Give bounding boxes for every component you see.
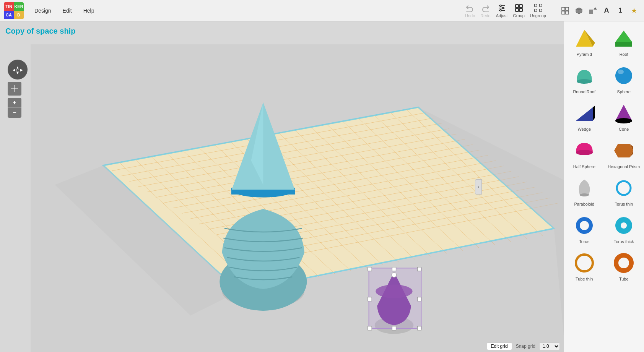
shape-icon-torus-thin (611, 176, 636, 200)
shape-label-torus-thick: Torus thick (614, 239, 634, 244)
menu-help[interactable]: Help (78, 5, 100, 16)
logo-cell-d: D (14, 11, 24, 19)
svg-marker-101 (593, 105, 595, 121)
svg-rect-9 (519, 8, 522, 11)
toolbar-right: Undo Redo Adjust (465, 3, 640, 18)
shape-icon-sphere (611, 63, 636, 88)
shape-label-pyramid: Pyramid (577, 52, 592, 57)
shape-half-sphere[interactable]: Half Sphere (566, 136, 603, 171)
shape-hexagonal-prism[interactable]: Hexagonal Prism (605, 136, 643, 171)
shape-torus-thick[interactable]: Torus thick (605, 211, 643, 246)
canvas-area[interactable]: Copy of space ship ▲ ⌂ ▼ ◀ ▶ (0, 21, 564, 352)
svg-rect-17 (566, 11, 569, 14)
shape-tube-thin[interactable]: Tube thin (566, 248, 603, 284)
logo-cell-ca: CA (4, 11, 14, 19)
topbar: TIN KER CA D Design Edit Help Undo Redo (0, 0, 644, 21)
cube-view-icon[interactable] (573, 5, 585, 17)
text-icon[interactable]: A (600, 5, 613, 17)
shape-icon-roof (611, 26, 636, 50)
logo[interactable]: TIN KER CA D (4, 2, 24, 19)
shape-tube[interactable]: Tube (605, 248, 643, 284)
svg-rect-21 (589, 10, 593, 14)
svg-point-83 (392, 273, 397, 277)
svg-rect-90 (368, 297, 372, 301)
svg-point-109 (618, 220, 629, 231)
shape-torus[interactable]: Torus (566, 211, 603, 246)
svg-point-108 (578, 219, 591, 232)
svg-rect-89 (392, 326, 396, 330)
shape-cone[interactable]: Cone (605, 99, 643, 134)
svg-point-99 (618, 70, 624, 74)
shape-pyramid[interactable]: Pyramid (566, 24, 603, 59)
svg-text:◀: ◀ (13, 68, 15, 72)
shape-label-torus-thin: Torus thin (615, 202, 633, 206)
shape-label-half-sphere: Half Sphere (573, 164, 595, 169)
svg-marker-95 (615, 31, 632, 42)
shape-label-hexagonal-prism: Hexagonal Prism (608, 164, 640, 169)
shape-label-roof: Roof (620, 52, 628, 57)
ungroup-button[interactable]: Ungroup (530, 3, 546, 18)
view-icons: A 1 ★ (559, 5, 640, 17)
svg-point-103 (576, 150, 593, 155)
shape-label-tube-thin: Tube thin (576, 277, 593, 281)
svg-point-98 (615, 67, 632, 84)
svg-point-97 (577, 79, 592, 84)
svg-rect-11 (539, 4, 542, 7)
svg-point-107 (617, 181, 631, 195)
svg-point-102 (615, 118, 632, 123)
shapes-panel: PyramidRoofRound RoofSphereWedgeConeHalf… (564, 21, 644, 352)
menu-edit[interactable]: Edit (57, 5, 77, 16)
svg-point-110 (576, 255, 593, 271)
shape-icon-wedge (572, 101, 597, 125)
snap-grid-select[interactable]: 1.0 0.5 0.25 2.0 (539, 342, 560, 350)
group-button[interactable]: Group (513, 3, 525, 18)
svg-rect-13 (539, 9, 542, 12)
orbit-control[interactable]: ▲ ⌂ ▼ ◀ ▶ (8, 60, 28, 79)
menu-bar: Design Edit Help (29, 5, 100, 16)
zoom-out-button[interactable]: − (8, 108, 21, 118)
shape-paraboloid[interactable]: Paraboloid (566, 174, 603, 209)
redo-button[interactable]: Redo (480, 3, 490, 18)
shape-label-paraboloid: Paraboloid (574, 202, 594, 206)
svg-text:▼: ▼ (16, 71, 20, 75)
svg-marker-104 (614, 144, 633, 157)
svg-marker-22 (594, 7, 597, 10)
zoom-control: + − (8, 98, 21, 118)
star-icon[interactable]: ★ (628, 5, 640, 17)
svg-point-92 (376, 285, 412, 298)
menu-design[interactable]: Design (29, 5, 57, 16)
svg-rect-12 (534, 9, 537, 12)
adjust-button[interactable]: Adjust (496, 3, 508, 18)
svg-rect-87 (417, 326, 421, 330)
svg-rect-16 (562, 11, 565, 14)
svg-rect-96 (615, 42, 632, 47)
svg-rect-7 (519, 5, 522, 8)
view-reset[interactable] (8, 82, 21, 96)
shape-torus-thin[interactable]: Torus thin (605, 174, 643, 209)
shapes-icon[interactable] (587, 5, 599, 17)
logo-cell-tin: TIN (4, 2, 14, 11)
svg-rect-15 (566, 7, 569, 10)
svg-marker-100 (576, 107, 593, 121)
number-icon[interactable]: 1 (614, 5, 626, 17)
svg-rect-84 (368, 267, 372, 271)
grid-view-icon[interactable] (559, 5, 571, 17)
shape-icon-pyramid (572, 26, 597, 50)
panel-toggle-button[interactable]: › (475, 179, 482, 195)
edit-grid-button[interactable]: Edit grid (487, 342, 512, 350)
undo-button[interactable]: Undo (465, 3, 475, 18)
shape-label-wedge: Wedge (577, 127, 591, 131)
shape-label-tube: Tube (619, 277, 629, 281)
shape-icon-cone (611, 101, 636, 125)
shape-wedge[interactable]: Wedge (566, 99, 603, 134)
shape-round-roof[interactable]: Round Roof (566, 61, 603, 96)
shape-label-torus: Torus (579, 239, 589, 244)
shape-label-round-roof: Round Roof (573, 89, 595, 94)
shape-roof[interactable]: Roof (605, 24, 643, 59)
shape-sphere[interactable]: Sphere (605, 61, 643, 96)
svg-rect-88 (392, 267, 396, 271)
svg-point-3 (500, 5, 501, 6)
svg-rect-14 (562, 7, 565, 10)
shape-icon-round-roof (572, 63, 597, 88)
zoom-in-button[interactable]: + (8, 98, 21, 108)
